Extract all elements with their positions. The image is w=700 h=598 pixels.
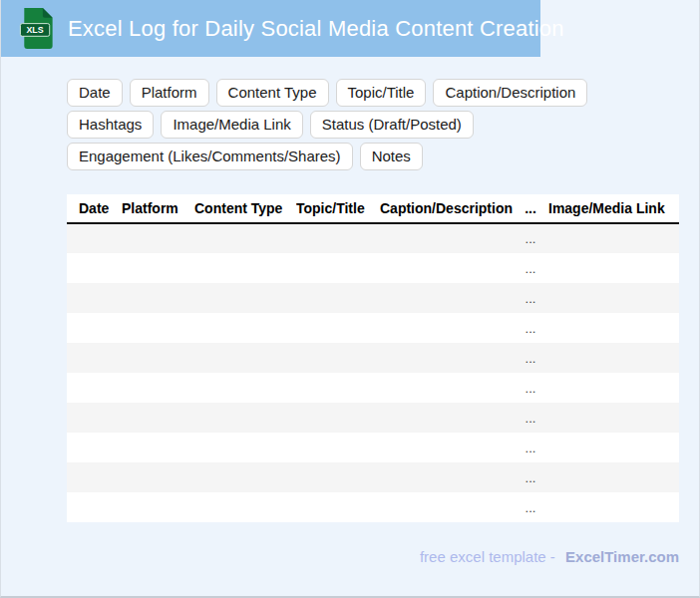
chip-platform[interactable]: Platform: [130, 79, 209, 107]
table-cell: ...: [518, 492, 543, 522]
table-cell: [67, 283, 122, 313]
table-header-row: DatePlatformContent TypeTopic/TitleCapti…: [67, 194, 679, 223]
table-cell: [67, 433, 122, 462]
table-cell: [296, 433, 380, 462]
table-cell: [122, 373, 194, 403]
table-row: ...: [67, 492, 679, 522]
table-cell: [543, 223, 679, 253]
table-cell: [194, 253, 296, 283]
table-header: DatePlatformContent TypeTopic/TitleCapti…: [67, 194, 679, 223]
xls-icon-label: XLS: [27, 25, 44, 35]
table-cell: [380, 313, 518, 343]
table-body: ..............................: [67, 223, 679, 522]
chips: DatePlatformContent TypeTopic/TitleCapti…: [67, 79, 679, 170]
table-cell: [543, 433, 679, 462]
chip-notes[interactable]: Notes: [360, 143, 423, 170]
table-cell: [380, 283, 518, 313]
table-cell: [194, 313, 296, 343]
table-row: ...: [67, 253, 679, 283]
column-header: Caption/Description: [380, 194, 518, 223]
table-cell: [122, 462, 194, 492]
column-header: Topic/Title: [296, 194, 380, 223]
table-row: ...: [67, 313, 679, 343]
chip-engagement-likes-comments-shares[interactable]: Engagement (Likes/Comments/Shares): [67, 143, 353, 170]
content-log-table: DatePlatformContent TypeTopic/TitleCapti…: [67, 194, 679, 522]
table-cell: ...: [518, 433, 543, 462]
chip-image-media-link[interactable]: Image/Media Link: [161, 111, 302, 139]
chip-content-type[interactable]: Content Type: [216, 79, 329, 107]
table-cell: [296, 403, 380, 433]
table-cell: [67, 403, 122, 433]
table-cell: [122, 433, 194, 462]
column-header: Platform: [122, 194, 194, 223]
table-cell: [194, 403, 296, 433]
table-cell: ...: [518, 343, 543, 373]
chip-topic-title[interactable]: Topic/Title: [336, 79, 427, 107]
table-cell: [380, 373, 518, 403]
table-row: ...: [67, 403, 679, 433]
table-cell: ...: [518, 223, 543, 253]
table-cell: [380, 462, 518, 492]
footer: free excel template - ExcelTimer.com: [67, 548, 679, 565]
chip-hashtags[interactable]: Hashtags: [67, 111, 154, 139]
table-cell: [122, 313, 194, 343]
table-cell: [296, 253, 380, 283]
table-row: ...: [67, 462, 679, 492]
table-cell: [67, 223, 122, 253]
table-cell: [67, 462, 122, 492]
table-cell: [380, 433, 518, 462]
table-cell: ...: [518, 403, 543, 433]
table-cell: [194, 283, 296, 313]
table-cell: [296, 223, 380, 253]
table-cell: [122, 343, 194, 373]
table-row: ...: [67, 373, 679, 403]
footer-brand-link[interactable]: ExcelTimer.com: [565, 548, 679, 565]
table-cell: [122, 223, 194, 253]
table-cell: [67, 343, 122, 373]
table-cell: [543, 373, 679, 403]
table-cell: [67, 313, 122, 343]
table-cell: ...: [518, 283, 543, 313]
table-cell: [67, 253, 122, 283]
table-cell: [194, 373, 296, 403]
table-cell: [380, 253, 518, 283]
table-cell: [296, 283, 380, 313]
column-header: Content Type: [194, 194, 296, 223]
table-row: ...: [67, 223, 679, 253]
table-cell: [296, 313, 380, 343]
table-cell: ...: [518, 373, 543, 403]
footer-text: free excel template -: [420, 548, 555, 565]
table-cell: [296, 462, 380, 492]
table-cell: [543, 492, 679, 522]
table-cell: ...: [518, 253, 543, 283]
table-cell: ...: [518, 313, 543, 343]
table-cell: [194, 433, 296, 462]
column-header: Image/Media Link: [543, 194, 679, 223]
chip-date[interactable]: Date: [67, 79, 123, 107]
table-cell: [122, 253, 194, 283]
column-header: ...: [518, 194, 543, 223]
table-cell: [194, 462, 296, 492]
chip-status-draft-posted[interactable]: Status (Draft/Posted): [310, 111, 474, 139]
table-cell: [122, 403, 194, 433]
main-content: DatePlatformContent TypeTopic/TitleCapti…: [67, 79, 679, 565]
table-cell: [122, 283, 194, 313]
table-cell: [380, 223, 518, 253]
table-cell: [194, 223, 296, 253]
column-header: Date: [67, 194, 122, 223]
table-cell: [543, 343, 679, 373]
header-bar: XLS Excel Log for Daily Social Media Con…: [1, 0, 540, 57]
table-cell: [296, 492, 380, 522]
table-cell: [380, 343, 518, 373]
table-cell: [380, 403, 518, 433]
chip-caption-description[interactable]: Caption/Description: [433, 79, 587, 107]
xls-file-icon: XLS: [19, 7, 55, 50]
table-cell: [122, 492, 194, 522]
table-row: ...: [67, 343, 679, 373]
table-cell: [296, 373, 380, 403]
table-cell: [67, 373, 122, 403]
page-title: Excel Log for Daily Social Media Content…: [68, 16, 564, 42]
table-cell: [543, 462, 679, 492]
table-cell: ...: [518, 462, 543, 492]
table-cell: [194, 492, 296, 522]
